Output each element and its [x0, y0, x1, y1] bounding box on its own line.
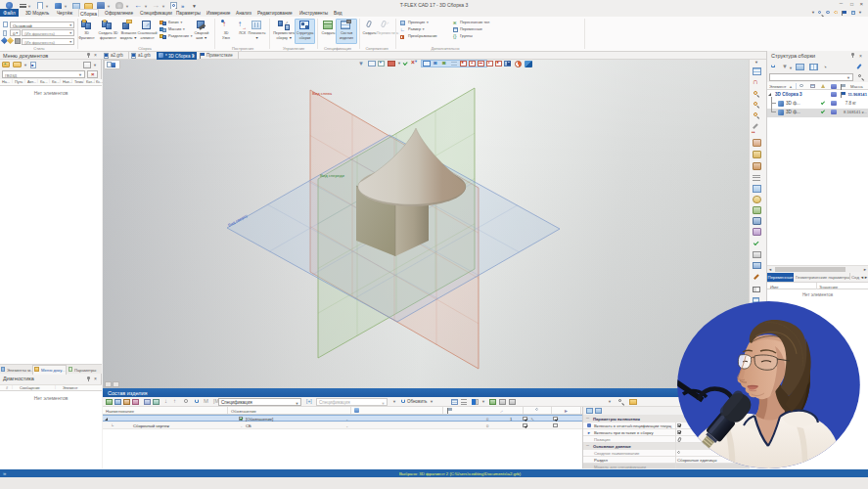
- svg-text:Вид слева: Вид слева: [312, 91, 333, 96]
- svg-text:Вид спереди: Вид спереди: [320, 173, 344, 178]
